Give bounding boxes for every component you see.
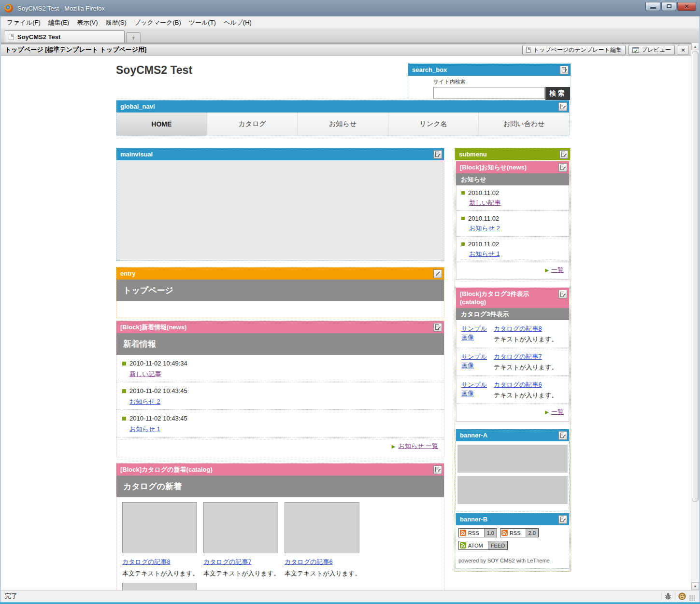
menu-file[interactable]: ファイル(F) <box>3 17 44 28</box>
news-link[interactable]: 新しい記事 <box>129 370 161 378</box>
tab-soycms2-test[interactable]: SoyCMS2 Test <box>4 30 125 42</box>
menu-bookmarks[interactable]: ブックマーク(B) <box>130 17 185 28</box>
sample-image-link[interactable]: サンプル <box>461 325 487 332</box>
scrollbar-thumb[interactable] <box>692 51 699 502</box>
news-link[interactable]: お知らせ 1 <box>469 250 500 257</box>
new-tab-button[interactable]: + <box>126 32 141 42</box>
entry-body <box>116 301 444 318</box>
preview-button[interactable]: プレビュー <box>629 45 675 55</box>
catalog-link[interactable]: カタログの記事8 <box>494 325 542 332</box>
tab-bar: SoyCMS2 Test + <box>1 29 699 42</box>
arrow-icon: ▶ <box>545 409 549 415</box>
sample-image-link[interactable]: サンプル <box>461 381 487 388</box>
sample-image-link[interactable]: 画像 <box>461 334 474 341</box>
news-date: 2010-11-02 10:43:45 <box>129 387 187 394</box>
catalog-item: カタログの記事6 本文テキストが入ります。 <box>285 502 366 590</box>
mainvisual-block-header: mainvisual <box>116 148 444 160</box>
atom-icon <box>460 542 466 548</box>
rss-1-badge[interactable]: RSS 1.0 <box>458 528 497 537</box>
menu-edit[interactable]: 編集(E) <box>44 17 73 28</box>
catalog-link[interactable]: カタログの記事6 <box>285 558 333 565</box>
edit-block-icon[interactable] <box>558 515 567 524</box>
edit-block-icon[interactable] <box>560 66 569 74</box>
sample-image-link[interactable]: 画像 <box>461 362 474 369</box>
bullet-icon <box>122 389 126 393</box>
catalog-link[interactable]: カタログの記事8 <box>122 558 171 565</box>
vertical-scrollbar[interactable]: ▲ ▼ <box>691 42 699 590</box>
rss-2-badge[interactable]: RSS 2.0 <box>500 528 539 537</box>
edit-pencil-icon[interactable] <box>433 269 442 278</box>
edit-block-icon[interactable] <box>558 290 567 298</box>
sidebar-catalog3-more-link[interactable]: 一覧 <box>551 407 564 416</box>
catalog-block: [Block]カタログの新着(catalog) カタログの新着 カタログの記事8… <box>116 463 444 590</box>
edit-block-icon[interactable] <box>433 465 442 474</box>
menu-view[interactable]: 表示(V) <box>73 17 101 28</box>
menu-tools[interactable]: ツール(T) <box>185 17 220 28</box>
entry-block-header: entry <box>116 267 444 280</box>
news-item: 2010-11-02 10:43:45 お知らせ 1 <box>116 410 444 437</box>
search-field-label: サイト内検索 <box>433 78 571 85</box>
resize-grip[interactable] <box>689 595 695 601</box>
sidebar-news-block: [Block]お知らせ(news) お知らせ 2010.11.02 新しい記事 <box>456 161 570 280</box>
maximize-button[interactable] <box>661 2 676 11</box>
submenu-block-header: submenu <box>455 148 570 160</box>
sidebar-news-item: 2010.11.02 新しい記事 <box>457 185 569 211</box>
search-input[interactable] <box>433 87 545 99</box>
menu-help[interactable]: ヘルプ(H) <box>220 17 256 28</box>
edit-block-icon[interactable] <box>559 150 568 159</box>
news-date: 2010-11-02 10:43:45 <box>129 415 187 422</box>
document-icon <box>526 47 531 53</box>
search-submit-button[interactable]: 検索 <box>545 87 570 100</box>
divider <box>661 592 661 600</box>
powered-by-text: powered by SOY CMS2 with LeTheme <box>458 558 567 563</box>
news-link[interactable]: お知らせ 2 <box>129 398 160 405</box>
nav-link[interactable]: リンク名 <box>388 112 479 136</box>
menu-history[interactable]: 履歴(S) <box>102 17 130 28</box>
nav-contact[interactable]: お問い合わせ <box>479 112 569 136</box>
main-column: mainvisual entry トップページ <box>116 148 444 590</box>
minimize-icon <box>650 7 656 9</box>
news-more-link[interactable]: お知らせ 一覧 <box>398 442 438 450</box>
news-link[interactable]: お知らせ 1 <box>129 425 160 433</box>
sample-image-link[interactable]: 画像 <box>461 390 474 397</box>
title-bar: SoyCMS2 Test - Mozilla Firefox ✕ <box>0 0 700 16</box>
catalog-text: 本文テキストが入ります。 <box>203 569 285 578</box>
news-date: 2010-11-02 10:49:34 <box>129 360 187 367</box>
cms-page-title: トップページ [標準テンプレート トップページ用] <box>5 45 519 54</box>
cms-close-button[interactable]: × <box>678 45 688 55</box>
sidebar-news-heading: お知らせ <box>456 173 569 185</box>
news-link[interactable]: 新しい記事 <box>469 199 501 206</box>
greasemonkey-icon[interactable] <box>678 592 686 600</box>
nav-news[interactable]: お知らせ <box>298 112 388 136</box>
edit-block-icon[interactable] <box>558 163 567 172</box>
sidebar-news-more-link[interactable]: 一覧 <box>551 266 564 274</box>
catalog-link[interactable]: カタログの記事7 <box>203 558 252 565</box>
close-button[interactable]: ✕ <box>677 2 696 11</box>
arrow-icon: ▶ <box>545 267 549 273</box>
sample-image-link[interactable]: サンプル <box>461 353 487 360</box>
catalog-image-placeholder <box>122 583 197 590</box>
edit-block-icon[interactable] <box>558 102 567 111</box>
banner-a-block: banner-A <box>456 429 570 511</box>
search-box-block-header: search_box <box>408 64 571 76</box>
scroll-up-button[interactable]: ▲ <box>691 42 699 50</box>
minimize-button[interactable] <box>645 2 660 11</box>
template-edit-button[interactable]: トップページのテンプレート編集 <box>522 45 626 55</box>
scroll-down-button[interactable]: ▼ <box>691 582 699 590</box>
edit-block-icon[interactable] <box>558 431 567 440</box>
sidebar-news-item: 2010.11.02 お知らせ 1 <box>457 237 569 262</box>
atom-feed-badge[interactable]: ATOM FEED <box>458 541 508 550</box>
catalog-link[interactable]: カタログの記事6 <box>494 381 542 388</box>
news-link[interactable]: お知らせ 2 <box>469 225 500 232</box>
firebug-icon[interactable] <box>664 592 672 600</box>
news-block: [Block]新着情報(news) 新着情報 2010-11-02 10:49:… <box>116 321 444 457</box>
edit-block-icon[interactable] <box>433 323 442 332</box>
menu-bar: ファイル(F) 編集(E) 表示(V) 履歴(S) ブックマーク(B) ツール(… <box>1 16 699 29</box>
catalog-link[interactable]: カタログの記事7 <box>494 353 542 360</box>
nav-catalog[interactable]: カタログ <box>207 112 298 136</box>
maximize-icon <box>667 4 671 8</box>
edit-block-icon[interactable] <box>433 150 442 159</box>
banner-placeholder <box>457 445 568 473</box>
nav-home[interactable]: HOME <box>116 112 207 136</box>
close-icon: ✕ <box>684 3 689 10</box>
